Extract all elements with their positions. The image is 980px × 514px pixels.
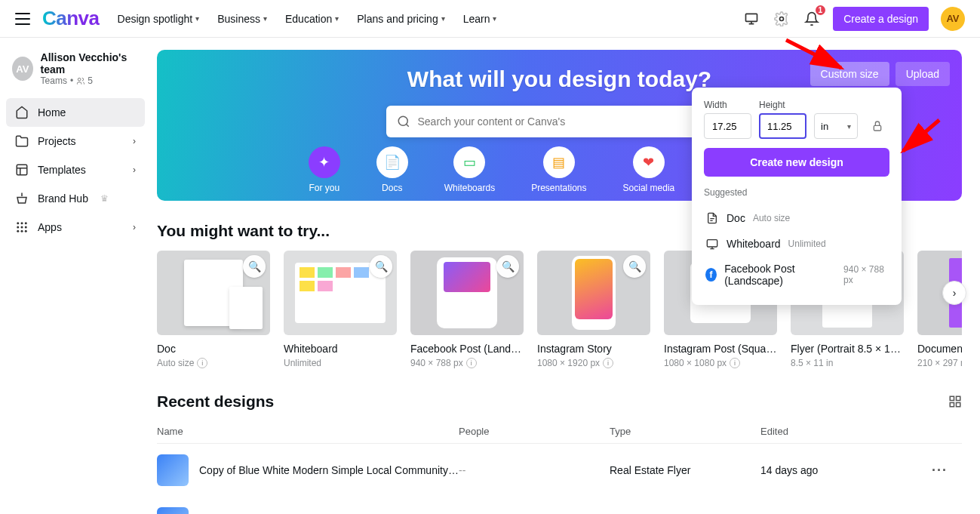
zoom-icon[interactable]: 🔍: [370, 255, 392, 278]
zoom-icon[interactable]: 🔍: [496, 255, 519, 278]
info-icon[interactable]: i: [466, 358, 477, 368]
search-bar[interactable]: [386, 106, 733, 137]
custom-size-panel: Width Height in▾ Create new design Sugge…: [692, 88, 902, 305]
table-row[interactable]: Copy of Blue White Modern Simple Local C…: [157, 444, 962, 497]
design-thumbnail: [157, 454, 189, 486]
zoom-icon[interactable]: 🔍: [623, 255, 646, 278]
team-avatar: AV: [12, 57, 33, 81]
card-title: Flyer (Portrait 8.5 × 11 in): [791, 343, 904, 355]
svg-rect-17: [957, 396, 960, 400]
card-sub: 8.5 × 11 in: [791, 358, 833, 368]
sugg-sub: Auto size: [753, 213, 790, 223]
card-instagram-story[interactable]: 🔍 Instagram Story 1080 × 1920 pxi: [537, 251, 650, 368]
canva-logo[interactable]: Canva: [42, 7, 100, 30]
hero-banner: Custom size Upload What will you design …: [157, 50, 962, 201]
bell-icon[interactable]: 1: [803, 10, 821, 28]
card-sub: Unlimited: [284, 358, 321, 368]
table-header: Name People Type Edited: [157, 420, 962, 444]
whiteboard-icon: [705, 237, 719, 251]
suggested-facebook-post[interactable]: f Facebook Post (Landscape) 940 × 788 px: [704, 257, 889, 293]
card-doc[interactable]: 🔍 Doc Auto sizei: [157, 251, 270, 368]
apps-icon: [15, 220, 29, 234]
cat-for-you[interactable]: ✦For you: [309, 146, 340, 193]
card-sub: 940 × 788 px: [410, 358, 463, 368]
hamburger-icon[interactable]: [15, 13, 30, 25]
recent-title: Recent designs: [157, 392, 274, 411]
sidebar-item-label: Brand Hub: [38, 192, 88, 205]
cat-presentations[interactable]: ▤Presentations: [531, 146, 586, 193]
team-subtitle: Teams• 5: [41, 75, 139, 86]
chevron-down-icon: ▾: [493, 14, 496, 23]
svg-rect-16: [950, 396, 954, 400]
folder-icon: [15, 134, 29, 148]
scroll-next-button[interactable]: ›: [942, 281, 966, 305]
sidebar-item-label: Projects: [38, 135, 76, 147]
upload-button[interactable]: Upload: [896, 62, 950, 86]
sidebar-item-brand-hub[interactable]: Brand Hub ♛: [6, 184, 145, 213]
cat-docs[interactable]: 📄Docs: [376, 146, 408, 193]
card-document-a4[interactable]: Document (A 210 × 297 mm: [917, 251, 962, 368]
suggested-doc[interactable]: Doc Auto size: [704, 205, 889, 231]
height-input[interactable]: [759, 113, 806, 139]
info-icon[interactable]: i: [197, 358, 207, 368]
svg-rect-3: [17, 165, 27, 175]
custom-size-button[interactable]: Custom size: [810, 62, 889, 86]
info-icon[interactable]: i: [603, 358, 613, 368]
zoom-icon[interactable]: 🔍: [243, 255, 266, 278]
card-sub: 210 × 297 mm: [917, 358, 962, 368]
sidebar-item-label: Templates: [38, 164, 86, 176]
team-name: Allison Vecchio's team: [41, 51, 139, 75]
create-new-design-button[interactable]: Create new design: [704, 148, 889, 177]
row-more-button[interactable]: ···: [932, 463, 962, 479]
card-facebook-post[interactable]: 🔍 Facebook Post (Landscape) 940 × 788 px…: [410, 251, 524, 368]
search-input[interactable]: [418, 115, 723, 128]
chevron-right-icon: ›: [133, 222, 136, 232]
col-edited: Edited: [760, 426, 932, 437]
sidebar-item-home[interactable]: Home: [6, 98, 145, 127]
svg-point-7: [17, 226, 19, 229]
suggested-label: Suggested: [704, 187, 889, 198]
brand-icon: [15, 192, 29, 205]
create-design-button[interactable]: Create a design: [833, 7, 929, 31]
design-name: Copy of Blue White Modern Simple Local C…: [199, 464, 459, 476]
svg-point-12: [25, 230, 27, 232]
grid-view-toggle[interactable]: [948, 395, 962, 408]
team-switcher[interactable]: AV Allison Vecchio's team Teams• 5: [6, 47, 145, 98]
lock-icon[interactable]: [865, 113, 889, 139]
info-icon[interactable]: i: [730, 358, 740, 368]
sidebar-item-projects[interactable]: Projects ›: [6, 127, 145, 155]
svg-point-8: [21, 226, 23, 229]
svg-point-11: [21, 230, 23, 232]
desktop-icon[interactable]: [742, 10, 760, 28]
suggested-whiteboard[interactable]: Whiteboard Unlimited: [704, 231, 889, 257]
cat-whiteboards[interactable]: ▭Whiteboards: [444, 146, 495, 193]
sidebar-item-apps[interactable]: Apps ›: [6, 213, 145, 242]
nav-business[interactable]: Business▾: [217, 13, 267, 25]
table-row[interactable]: Blue White Modern Simple Local Community…: [157, 497, 962, 514]
svg-rect-18: [950, 403, 954, 407]
user-avatar[interactable]: AV: [941, 7, 965, 31]
nav-education[interactable]: Education▾: [285, 13, 339, 25]
gear-icon[interactable]: [773, 10, 791, 28]
nav-plans[interactable]: Plans and pricing▾: [357, 13, 444, 25]
nav-learn[interactable]: Learn▾: [463, 13, 497, 25]
chevron-down-icon: ▾: [335, 14, 339, 23]
cat-label: Docs: [382, 183, 402, 193]
col-type: Type: [610, 426, 760, 437]
sidebar-item-label: Apps: [38, 221, 62, 233]
card-whiteboard[interactable]: 🔍 Whiteboard Unlimited: [284, 251, 397, 368]
sugg-title: Facebook Post (Landscape): [724, 263, 836, 287]
people-cell: --: [459, 464, 610, 476]
card-sub: 1080 × 1080 px: [664, 358, 727, 368]
card-title: Facebook Post (Landscape): [410, 343, 524, 355]
card-title: Instagram Story: [537, 343, 650, 355]
card-title: Document (A: [917, 343, 962, 355]
nav-design-spotlight[interactable]: Design spotlight▾: [118, 13, 200, 25]
width-input[interactable]: [704, 113, 751, 139]
sidebar-item-templates[interactable]: Templates ›: [6, 155, 145, 184]
top-nav: Design spotlight▾ Business▾ Education▾ P…: [118, 13, 497, 25]
svg-rect-19: [957, 403, 960, 407]
unit-select[interactable]: in▾: [814, 113, 858, 139]
cat-social[interactable]: ❤Social media: [623, 146, 675, 193]
height-label: Height: [759, 100, 806, 110]
